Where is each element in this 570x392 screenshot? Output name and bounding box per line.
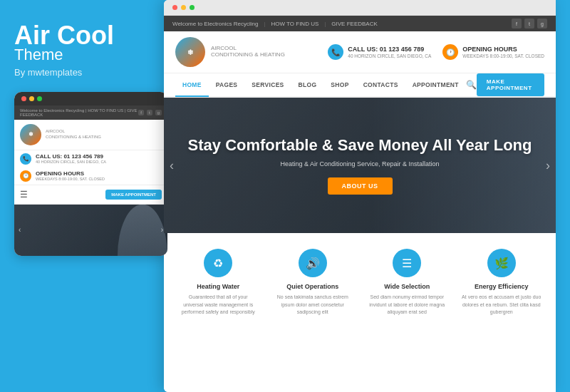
nav-services[interactable]: SERVICES [244,74,291,97]
mobile-hours-row: 🕐 OPENING HOURS WEEKDAYS 8:00-19:00, SAT… [14,167,167,185]
nav-links: HOME PAGES SERVICES BLOG SHOP CONTACTS A… [175,74,477,96]
mobile-browser-bar [14,92,167,105]
social-google-icon[interactable]: g [537,19,547,29]
left-panel: Air Cool Theme By mwtemplates Welcome to… [0,0,164,392]
feature-selection-title: Wide Selection [367,283,447,290]
desktop-logo-text: AIRCOOL CONDITIONING & HEATING [211,46,285,58]
desktop-hours-item: 🕐 OPENING HOURS WEEKDAYS 8:00-19:00, SAT… [442,44,544,60]
theme-title: Air Cool Theme By mwtemplates [14,21,150,78]
desktop-hours-info: OPENING HOURS WEEKDAYS 8:00-19:00, SAT. … [462,46,544,59]
feature-energy-title: Energy Efficiency [462,283,542,290]
desktop-phone-icon: 📞 [328,44,343,60]
topstrip-sep2: | [324,21,326,27]
nav-blog[interactable]: BLOG [291,74,324,97]
feature-quiet-icon: 🔊 [299,249,327,277]
nav-search-icon[interactable]: 🔍 [466,80,477,90]
social-facebook[interactable]: f [138,110,144,115]
mobile-phone-info: CALL US: 01 123 456 789 40 HORIZON CIRCL… [36,153,106,164]
mobile-preview-card: Welcome to Electronics Recycling | HOW T… [14,92,167,256]
hamburger-icon[interactable]: ☰ [20,190,28,200]
desktop-phone-item: 📞 CALL US: 01 123 456 789 40 HORIZON CIR… [328,44,431,60]
by-text: By mwtemplates [14,67,150,78]
desktop-contacts: 📞 CALL US: 01 123 456 789 40 HORIZON CIR… [328,44,544,60]
desktop-clock-icon: 🕐 [442,44,458,60]
desktop-social-links: f t g [512,19,547,29]
social-twitter-icon[interactable]: t [524,19,534,29]
desktop-topstrip: Welcome to Electronics Recycling | HOW T… [164,16,556,31]
feature-energy-desc: At vero eos et accusam et justo duo dolo… [462,294,542,316]
topstrip-sep1: | [264,21,265,27]
features-section: ♻ Heating Water Guaranteed that all of y… [164,233,556,392]
nav-pages[interactable]: PAGES [209,74,245,97]
feature-selection-desc: Sed diam nonumy eirmod tempor invidunt u… [367,294,447,316]
mobile-topstrip: Welcome to Electronics Recycling | HOW T… [14,105,167,120]
nav-appointment-button[interactable]: MAKE APPOINTMENT [477,73,544,96]
feature-quiet-title: Quiet Operations [273,283,353,290]
features-grid: ♻ Heating Water Guaranteed that all of y… [175,244,544,321]
hero-content: Stay Comfortable & Save Money All Year L… [174,136,546,195]
feature-quiet-ops: 🔊 Quiet Operations No sea takimata sanct… [270,244,356,321]
hero-subtitle: Heating & Air Conditioning Service, Repa… [188,160,532,167]
nav-contacts[interactable]: CONTACTS [356,74,405,97]
social-facebook-icon[interactable]: f [512,19,522,29]
feature-heating-desc: Guaranteed that all of your universal wa… [178,294,259,316]
browser-dot-yellow [181,5,186,10]
dot-green [37,96,42,101]
desktop-preview-panel: Welcome to Electronics Recycling | HOW T… [164,0,556,392]
mobile-clock-icon: 🕐 [20,170,31,182]
mobile-hours-info: OPENING HOURS WEEKDAYS 8:00-19:00, SAT. … [36,170,105,181]
topstrip-text2[interactable]: HOW TO FIND US [271,21,318,27]
feature-energy-icon: 🌿 [487,249,516,277]
desktop-hero: ‹ Stay Comfortable & Save Money All Year… [164,98,556,233]
feature-heating-title: Heating Water [178,283,259,290]
social-twitter[interactable]: t [147,110,152,115]
desktop-header: ❄ AIRCOOL CONDITIONING & HEATING 📞 CALL … [164,31,556,73]
hero-title: Stay Comfortable & Save Money All Year L… [188,136,532,155]
mobile-hero-arrow-left[interactable]: ‹ [19,226,21,234]
nav-appointment[interactable]: APPOINTMENT [405,74,466,97]
desktop-browser-bar [164,0,556,16]
mobile-logo-icon: ❄ [20,124,41,145]
mobile-logo-row: ❄ AIRCOOL CONDITIONING & HEATING [14,120,167,150]
mobile-nav-row: ☰ MAKE APPOINTMENT [14,185,167,205]
mobile-phone-row: 📞 CALL US: 01 123 456 789 40 HORIZON CIR… [14,150,167,167]
browser-dot-red [172,5,177,10]
desktop-logo-area: ❄ AIRCOOL CONDITIONING & HEATING [175,37,285,67]
browser-dot-green [190,5,195,10]
topstrip-text1: Welcome to Electronics Recycling [172,21,258,27]
mobile-hero-arrow-right[interactable]: › [161,226,163,234]
nav-shop[interactable]: SHOP [323,74,356,97]
dot-red [21,96,26,101]
mobile-social-links: f t g [138,110,162,115]
feature-heating-water: ♻ Heating Water Guaranteed that all of y… [175,244,261,321]
desktop-phone-info: CALL US: 01 123 456 789 40 HORIZON CIRCL… [348,46,431,59]
feature-heating-icon: ♻ [204,249,232,277]
dot-yellow [29,96,34,101]
desktop-logo-icon: ❄ [175,37,205,67]
feature-energy-efficiency: 🌿 Energy Efficiency At vero eos et accus… [459,244,545,321]
social-google[interactable]: g [155,110,162,115]
mobile-hero: ‹ › [14,205,167,256]
feature-quiet-desc: No sea takimata sanctus estrem ipsum dol… [273,294,353,316]
hero-cta-button[interactable]: ABOUT US [328,177,393,195]
topstrip-text3[interactable]: GIVE FEEDBACK [331,21,377,27]
mobile-appointment-button[interactable]: MAKE APPOINTMENT [105,190,162,200]
hero-arrow-right[interactable]: › [546,158,550,173]
desktop-nav: HOME PAGES SERVICES BLOG SHOP CONTACTS A… [164,73,556,98]
feature-selection-icon: ☰ [393,249,421,277]
mobile-phone-icon: 📞 [20,153,31,165]
mobile-topstrip-text: Welcome to Electronics Recycling | HOW T… [20,108,138,117]
feature-wide-selection: ☰ Wide Selection Sed diam nonumy eirmod … [364,244,450,321]
mobile-logo-text: AIRCOOL CONDITIONING & HEATING [46,129,101,139]
nav-home[interactable]: HOME [175,74,209,97]
mobile-hero-image [118,205,167,256]
